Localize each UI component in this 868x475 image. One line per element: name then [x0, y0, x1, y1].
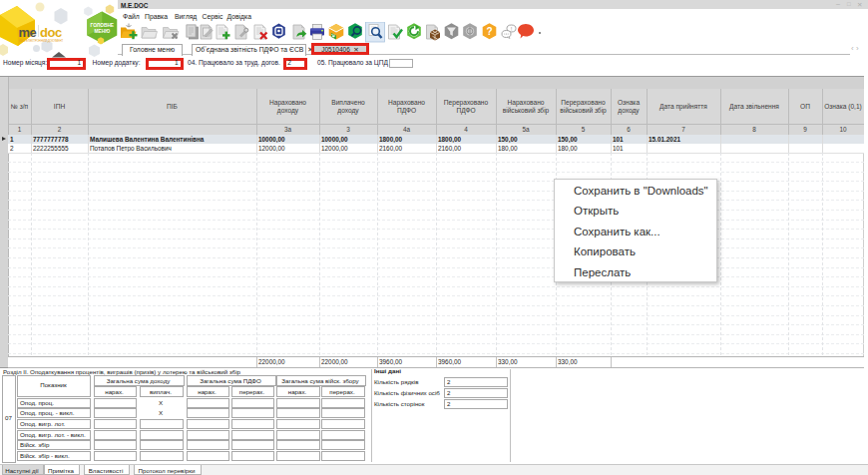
svg-text:?: ? [486, 26, 492, 37]
